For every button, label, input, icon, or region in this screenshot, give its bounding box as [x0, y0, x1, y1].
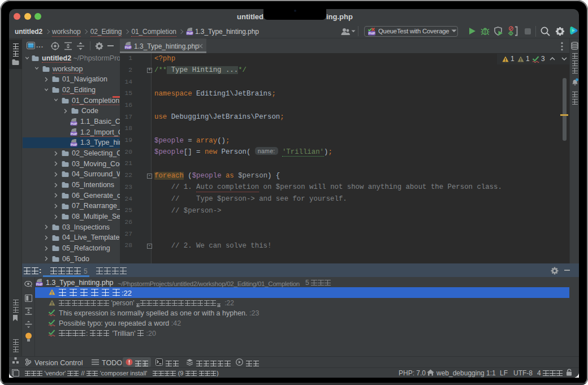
svg-text:PHP: PHP — [71, 122, 77, 125]
svg-text:PHP: PHP — [187, 32, 193, 35]
svg-text:PHP: PHP — [36, 283, 43, 286]
svg-text:PHP: PHP — [369, 32, 375, 35]
svg-text:PHP: PHP — [71, 143, 77, 146]
svg-text:PHP: PHP — [125, 46, 132, 49]
svg-text:PHP: PHP — [71, 132, 77, 136]
